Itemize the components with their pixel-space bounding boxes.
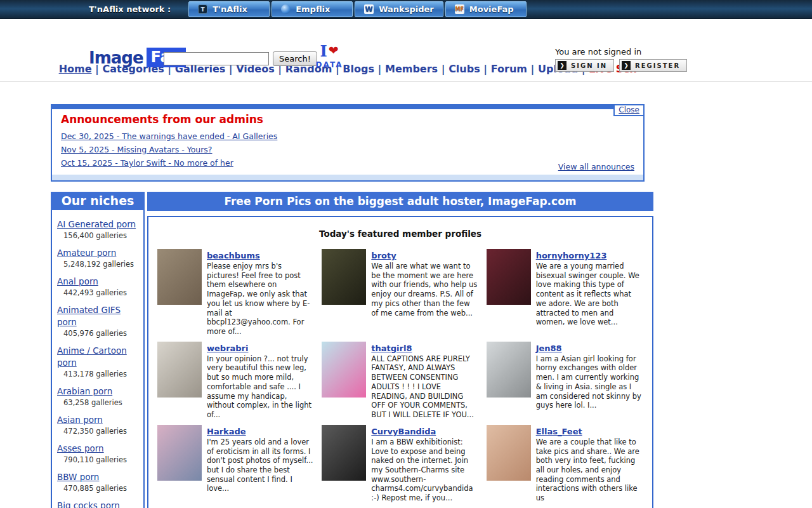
i-love-data-logo[interactable]: I ❤ DATA: [313, 44, 345, 69]
profile-card: Ellas_Feet We are a couple that like to …: [487, 425, 643, 503]
niche-link[interactable]: Arabian porn: [57, 386, 112, 396]
nav-item[interactable]: Home: [59, 63, 92, 75]
niche-item: Asian porn 472,350 galleries: [57, 413, 140, 436]
profile-thumbnail[interactable]: [487, 425, 531, 481]
niche-link[interactable]: Asses porn: [57, 443, 104, 453]
profile-username-link[interactable]: CurvyBandida: [371, 427, 436, 436]
register-button[interactable]: ❯ REGISTER: [619, 59, 687, 72]
profile-username-link[interactable]: broty: [371, 251, 396, 260]
niche-item: Anal porn 442,493 galleries: [57, 275, 140, 297]
announcements-bottom-strip: [52, 175, 643, 180]
niche-gallery-count: 790,110 galleries: [57, 455, 140, 464]
main-banner: Free Porn Pics on the biggest adult host…: [147, 192, 653, 211]
niche-link[interactable]: BBW porn: [57, 472, 99, 482]
announcement-link[interactable]: Dec 30, 2025 - The warnings have ended -…: [61, 131, 277, 141]
search-button[interactable]: Search!: [273, 51, 317, 66]
profile-card: Harkade I'm 25 years old and a lover of …: [157, 425, 314, 503]
profile-description: I'm 25 years old and a lover of eroticis…: [207, 438, 314, 493]
niche-item: BBW porn 470,885 galleries: [57, 471, 140, 493]
network-site-button[interactable]: MF MovieFap: [445, 1, 527, 17]
profile-description: We are a young married bisexual swinger …: [536, 262, 643, 327]
profile-thumbnail[interactable]: [487, 249, 531, 305]
profile-thumbnail[interactable]: [322, 249, 366, 305]
niche-item: AI Generated porn 156,400 galleries: [57, 218, 140, 240]
signin-status-text: You are not signed in: [555, 47, 687, 57]
sign-in-button[interactable]: ❯ SIGN IN: [555, 59, 614, 72]
announcement-link[interactable]: Oct 15, 2025 - Taylor Swift - No more of…: [61, 158, 233, 168]
nav-item[interactable]: Members: [385, 63, 438, 75]
niches-title: Our niches: [51, 192, 145, 210]
profile-description: In your opinion ?... not truly very beau…: [207, 354, 314, 420]
profile-thumbnail[interactable]: [487, 342, 531, 398]
niche-gallery-count: 5,248,192 galleries: [57, 260, 140, 269]
profile-username-link[interactable]: Jen88: [536, 344, 562, 353]
profile-username-link[interactable]: Ellas_Feet: [536, 427, 582, 436]
ilove-i-letter: I: [320, 44, 327, 58]
network-site-label: Wankspider: [379, 4, 434, 14]
profile-description: ALL CAPTIONS ARE PURELY FANTASY, AND ALW…: [371, 354, 478, 420]
network-bar: T'nAflix network : T T'nAflix Empflix W …: [0, 0, 812, 19]
profile-card: broty We all are what we want to be the …: [322, 249, 478, 337]
profile-card: CurvyBandida I am a BBW exhibitionist: L…: [322, 425, 478, 503]
arrow-right-icon: ❯: [622, 61, 631, 70]
profile-username-link[interactable]: hornyhorny123: [536, 251, 607, 260]
close-button[interactable]: Close: [619, 105, 639, 114]
profile-card: thatgirl8 ALL CAPTIONS ARE PURELY FANTAS…: [322, 342, 478, 420]
niche-item: Anime / Cartoon porn 413,178 galleries: [57, 344, 140, 378]
niche-link[interactable]: AI Generated porn: [57, 219, 136, 229]
profile-thumbnail[interactable]: [157, 249, 202, 305]
profile-thumbnail[interactable]: [322, 342, 366, 398]
network-site-label: T'nAflix: [213, 4, 247, 14]
profile-description: I am a Asian girl looking for horny exch…: [536, 354, 643, 410]
network-site-button[interactable]: W Wankspider: [355, 1, 443, 17]
profile-card: Jen88 I am a Asian girl looking for horn…: [487, 342, 643, 420]
announcement-link[interactable]: Nov 5, 2025 - Missing Avatars - Yours?: [61, 145, 213, 154]
search-input[interactable]: [164, 52, 269, 65]
niche-item: Animated GIFS porn 405,976 galleries: [57, 304, 140, 338]
profile-card: webrabri In your opinion ?... not truly …: [157, 342, 314, 420]
nav-item[interactable]: Clubs: [449, 63, 480, 75]
niche-item: Arabian porn 63,258 galleries: [57, 385, 140, 407]
network-site-button[interactable]: Empflix: [272, 1, 353, 17]
profile-thumbnail[interactable]: [157, 425, 202, 481]
network-sites: T T'nAflix Empflix W Wankspider MF Movie…: [188, 1, 527, 17]
niche-gallery-count: 470,885 galleries: [57, 484, 140, 493]
niche-gallery-count: 156,400 galleries: [57, 231, 140, 240]
profile-thumbnail[interactable]: [322, 425, 366, 481]
network-site-button[interactable]: T T'nAflix: [188, 1, 270, 17]
empflix-icon: [281, 4, 291, 14]
niche-link[interactable]: Anal porn: [57, 276, 98, 286]
nav-item[interactable]: Forum: [491, 63, 527, 75]
niche-gallery-count: 405,976 galleries: [57, 329, 140, 338]
profile-description: We are a couple that like to take pics a…: [536, 438, 643, 503]
featured-profiles-grid: beachbums Please enjoy mrs b's pictures!…: [155, 249, 646, 508]
niche-link[interactable]: Asian porn: [57, 415, 103, 425]
profile-description: We all are what we want to be the moment…: [371, 262, 478, 318]
niche-link[interactable]: Anime / Cartoon porn: [57, 345, 127, 368]
profile-username-link[interactable]: thatgirl8: [371, 344, 412, 353]
site-header: Image Fap Search! I ❤ DATA You are not s…: [0, 19, 812, 59]
profile-card: hornyhorny123 We are a young married bis…: [487, 249, 643, 337]
view-all-announces-link[interactable]: View all announces: [558, 162, 634, 171]
profile-username-link[interactable]: webrabri: [207, 344, 249, 353]
niche-link[interactable]: Amateur porn: [57, 248, 116, 258]
niche-gallery-count: 472,350 galleries: [57, 427, 140, 436]
tnaflix-icon: T: [198, 4, 207, 14]
profile-username-link[interactable]: Harkade: [207, 427, 246, 436]
network-site-label: Empflix: [296, 4, 330, 14]
niche-link[interactable]: Big cocks porn: [57, 500, 120, 508]
profile-description: I am a BBW exhibitionist: Love to expose…: [371, 438, 478, 503]
profile-thumbnail[interactable]: [157, 342, 202, 398]
main-column: Free Porn Pics on the biggest adult host…: [147, 192, 653, 508]
network-label: T'nAflix network :: [89, 4, 171, 14]
niche-gallery-count: 442,493 galleries: [57, 288, 140, 297]
niche-gallery-count: 413,178 galleries: [57, 370, 140, 378]
profile-username-link[interactable]: beachbums: [207, 251, 260, 260]
heart-icon: ❤: [329, 44, 339, 57]
content-area: Our niches AI Generated porn 156,400 gal…: [51, 192, 812, 508]
niche-gallery-count: 63,258 galleries: [57, 398, 140, 407]
nav-item[interactable]: Blogs: [343, 63, 374, 75]
niche-item: Big cocks porn 359,333 galleries: [57, 499, 140, 508]
niche-link[interactable]: Animated GIFS porn: [57, 305, 121, 327]
moviefap-icon: MF: [455, 4, 464, 14]
